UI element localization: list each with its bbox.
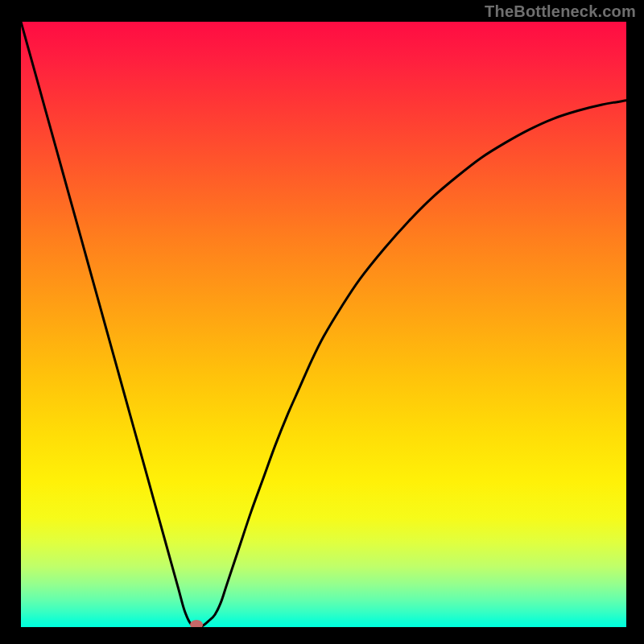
marker-dot: [190, 620, 203, 627]
watermark-text: TheBottleneck.com: [485, 2, 636, 21]
chart-svg: [21, 22, 626, 627]
chart-frame: TheBottleneck.com: [0, 0, 644, 644]
plot-area: [21, 22, 626, 627]
bottleneck-curve-path: [21, 22, 626, 627]
